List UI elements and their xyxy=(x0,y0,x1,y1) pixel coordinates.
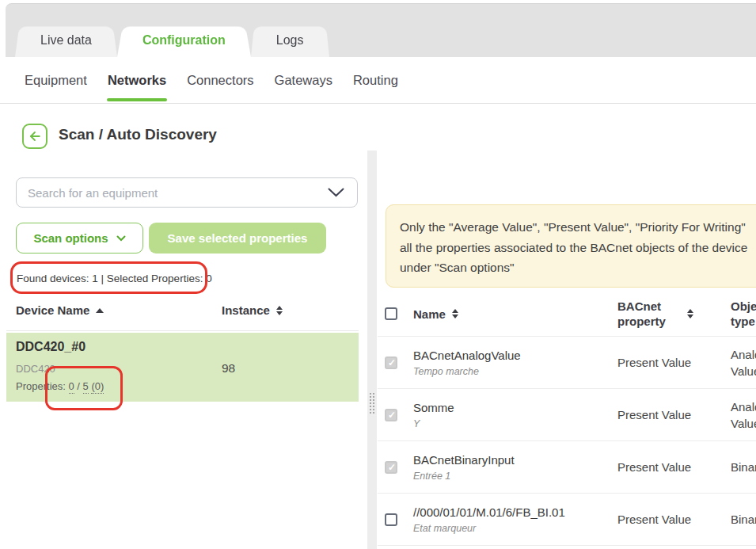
save-selected-properties-button[interactable]: Save selected properties xyxy=(149,223,326,254)
row-checkbox xyxy=(385,356,397,369)
sort-both-icon xyxy=(687,309,693,318)
config-subnav: Equipment Networks Connectors Gateways R… xyxy=(0,57,756,104)
properties-total-link[interactable]: 5 xyxy=(83,380,89,394)
arrow-left-icon xyxy=(27,128,43,144)
back-button[interactable] xyxy=(22,124,47,149)
column-header-bacnet-property[interactable]: BACnet property xyxy=(617,299,731,329)
bacnet-property-value: Present Value xyxy=(617,408,731,421)
bacnet-property-value: Present Value xyxy=(617,356,731,369)
chevron-down-icon xyxy=(116,235,126,242)
subnav-networks[interactable]: Networks xyxy=(107,73,167,88)
chevron-down-icon[interactable] xyxy=(328,188,344,197)
row-checkbox xyxy=(385,461,397,474)
scan-options-button[interactable]: Scan options xyxy=(16,223,143,254)
object-name: BACnetAnalogValue xyxy=(413,349,617,362)
page-title: Scan / Auto Discovery xyxy=(59,126,217,143)
select-all-checkbox[interactable] xyxy=(385,307,397,320)
properties-panel: Only the "Average Value", "Present Value… xyxy=(378,151,756,549)
object-type-value: Analog Value xyxy=(731,398,756,432)
tab-logs[interactable]: Logs xyxy=(256,24,325,57)
object-description: Y xyxy=(413,418,617,429)
device-name: DDC420_#0 xyxy=(16,340,85,354)
properties-extra-link[interactable]: (0) xyxy=(91,380,104,394)
subnav-equipment[interactable]: Equipment xyxy=(24,73,88,88)
device-model: DDC420 xyxy=(16,363,55,375)
object-type-value: Binary Input xyxy=(731,459,756,475)
main-tabs: Live data Configuration Logs xyxy=(20,24,325,57)
row-checkbox[interactable] xyxy=(385,513,397,526)
drag-handle-icon xyxy=(369,392,376,415)
properties-selected-link[interactable]: 0 xyxy=(69,380,74,394)
row-checkbox xyxy=(385,409,397,421)
object-type-value: Binary Input xyxy=(731,511,756,528)
header-divider xyxy=(6,330,359,331)
object-name: Somme xyxy=(413,401,617,414)
tab-configuration[interactable]: Configuration xyxy=(122,24,246,57)
sort-both-icon xyxy=(452,309,458,318)
property-row: Somme Y Present Value Analog Value xyxy=(378,389,756,441)
column-header-device-name[interactable]: Device Name xyxy=(16,303,104,317)
bacnet-property-value: Present Value xyxy=(617,460,731,474)
column-header-object-type[interactable]: Object type xyxy=(731,299,756,329)
object-name: //000/01/01/M.01/6/FB_BI.01 xyxy=(413,505,617,519)
property-row: BACnetBinaryInput Entrée 1 Present Value… xyxy=(378,441,756,494)
object-type-value: Analog Value xyxy=(731,346,756,379)
sort-asc-icon xyxy=(96,308,104,313)
info-notice: Only the "Average Value", "Present Value… xyxy=(386,204,756,288)
column-header-instance[interactable]: Instance xyxy=(222,303,283,317)
column-header-name[interactable]: Name xyxy=(413,307,617,321)
device-instance-value: 98 xyxy=(222,361,235,376)
subnav-routing[interactable]: Routing xyxy=(352,73,399,88)
tab-live-data[interactable]: Live data xyxy=(20,24,112,57)
property-row: BACnetAnalogValue Tempo marche Present V… xyxy=(378,337,756,389)
equipment-search-select[interactable] xyxy=(16,177,358,208)
device-properties: Properties: 0 / 5 (0) xyxy=(16,380,104,392)
search-input[interactable] xyxy=(17,186,328,200)
panel-resizer[interactable] xyxy=(367,151,377,549)
object-description: Tempo marche xyxy=(413,366,617,377)
object-description: Etat marqueur xyxy=(413,523,617,534)
properties-table-header: Name BACnet property Object type xyxy=(378,292,756,337)
device-row[interactable]: DDC420_#0 DDC420 Properties: 0 / 5 (0) 9… xyxy=(6,333,359,402)
scan-summary: Found devices: 1 | Selected Properties: … xyxy=(17,273,212,284)
subnav-gateways[interactable]: Gateways xyxy=(274,73,333,88)
sort-both-icon xyxy=(276,306,283,315)
property-row: //000/01/01/M.01/6/FB_BI.01 Etat marqueu… xyxy=(378,494,756,546)
object-name: BACnetBinaryInput xyxy=(413,453,617,467)
bacnet-property-value: Present Value xyxy=(617,513,731,526)
subnav-connectors[interactable]: Connectors xyxy=(186,73,254,88)
tab-band: Live data Configuration Logs xyxy=(6,3,756,57)
object-description: Entrée 1 xyxy=(413,471,617,482)
